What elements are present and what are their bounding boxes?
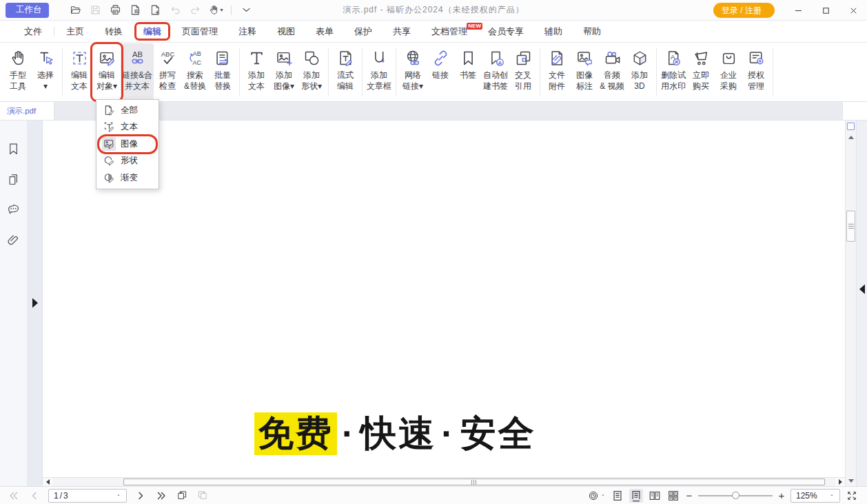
license-manage-button[interactable]: 授权 管理: [742, 43, 770, 101]
scroll-down-arrow[interactable]: [846, 476, 856, 485]
image-annotation-button[interactable]: 图像 标注: [571, 43, 598, 101]
add-image-button[interactable]: 添加 图像▾: [270, 43, 298, 101]
titlebar: 工作台 ▾ 演示.pdf - 福昕办公2024（未经授权的产品） 登录 / 注册: [0, 0, 867, 21]
single-page-view-button[interactable]: [611, 489, 624, 503]
link-button[interactable]: 链接: [427, 43, 454, 101]
first-page-button[interactable]: [7, 489, 21, 503]
facing-view-button[interactable]: [648, 489, 662, 503]
login-register-button[interactable]: 登录 / 注册: [713, 3, 775, 18]
menu-item-view[interactable]: 视图: [277, 21, 295, 42]
continuous-view-button[interactable]: [629, 489, 643, 503]
web-link-button[interactable]: 网络 链接▾: [399, 43, 427, 101]
vertical-scroll-thumb[interactable]: [846, 211, 855, 242]
menu-item-help[interactable]: 帮助: [583, 21, 601, 42]
menu-item-file[interactable]: 文件: [24, 21, 42, 42]
expand-right-panel-handle[interactable]: [859, 284, 865, 294]
next-page-button[interactable]: [134, 489, 147, 503]
edit-text-icon: [70, 47, 89, 69]
customize-toolbar-button[interactable]: [239, 2, 254, 19]
expand-panel-handle[interactable]: [32, 298, 38, 308]
menu-item-form[interactable]: 表单: [316, 21, 334, 42]
object-menu-item-gradient[interactable]: 渐变: [96, 169, 159, 187]
next-view-button[interactable]: [196, 489, 210, 503]
maximize-button[interactable]: [812, 0, 839, 21]
hand-tool-button[interactable]: ▾: [208, 2, 223, 19]
menu-item-share[interactable]: 共享: [393, 21, 411, 42]
vertical-scrollbar[interactable]: [845, 120, 856, 486]
attachments-panel-button[interactable]: [5, 231, 23, 249]
menu-item-assist[interactable]: 辅助: [544, 21, 562, 42]
save-button[interactable]: [88, 2, 103, 19]
object-menu-item-text[interactable]: 文本: [96, 119, 159, 136]
search-replace-button[interactable]: ABAC搜索 &替换: [181, 43, 209, 101]
print-button[interactable]: [108, 2, 123, 19]
ribbon-button-label: 图像 标注: [576, 70, 593, 92]
cross-reference-button[interactable]: 交叉 引用: [509, 43, 537, 101]
menu-label: 辅助: [544, 25, 562, 38]
menu-item-home[interactable]: 主页: [66, 21, 84, 42]
spell-check-button[interactable]: ABC拼写 检查: [154, 43, 181, 101]
comments-panel-button[interactable]: [5, 200, 23, 218]
remove-trial-watermark-button[interactable]: A删除试 用水印: [660, 43, 687, 101]
audio-video-button[interactable]: 音频 & 视频: [598, 43, 626, 101]
zoom-out-button[interactable]: −: [685, 490, 693, 501]
page-number-input[interactable]: 1/3: [48, 489, 127, 503]
scroll-right-arrow[interactable]: [835, 478, 845, 486]
horizontal-scrollbar[interactable]: [43, 477, 845, 486]
open-file-button[interactable]: [68, 2, 83, 19]
hand-tool-button[interactable]: 手型 工具: [4, 43, 32, 101]
menu-item-page-manage[interactable]: 页面管理: [182, 21, 218, 42]
bookmarks-panel-button[interactable]: [5, 140, 23, 158]
menu-item-doc-manage[interactable]: 文档管理NEW: [431, 21, 467, 42]
export-pdf-button[interactable]: [128, 2, 143, 19]
undo-button[interactable]: [168, 2, 183, 19]
scroll-up-arrow[interactable]: [846, 133, 856, 141]
fit-screen-button[interactable]: [845, 489, 859, 503]
link-merge-text-button[interactable]: AB链接&合 并文本: [121, 43, 154, 101]
add-shape-button[interactable]: 添加 形状▾: [298, 43, 325, 101]
object-menu-item-image[interactable]: 图像: [96, 136, 159, 153]
view-history-button[interactable]: [588, 489, 606, 503]
document-viewport[interactable]: 免费·快速·安全: [43, 120, 845, 486]
object-menu-item-all[interactable]: 全部: [96, 102, 159, 119]
select-button[interactable]: 选择 ▾: [32, 43, 59, 101]
workspace-button[interactable]: 工作台: [6, 3, 49, 18]
zoom-slider[interactable]: [698, 490, 773, 502]
horizontal-scroll-track[interactable]: [52, 478, 835, 486]
last-page-button[interactable]: [154, 489, 168, 503]
batch-replace-button[interactable]: 批量 替换: [209, 43, 236, 101]
file-attachment-button[interactable]: 文件 附件: [543, 43, 571, 101]
bookmark-button[interactable]: 书签: [454, 43, 482, 101]
menu-item-protect[interactable]: 保护: [354, 21, 372, 42]
folder-open-icon: [70, 4, 81, 16]
zoom-in-button[interactable]: +: [777, 490, 786, 501]
enterprise-purchase-button[interactable]: 企业 采购: [715, 43, 742, 101]
add-article-box-button[interactable]: 添加 文章框: [365, 43, 393, 101]
add-3d-button[interactable]: 添加 3D: [626, 43, 653, 101]
zoom-level-select[interactable]: 125%: [790, 489, 840, 503]
previous-view-button[interactable]: [175, 489, 189, 503]
redo-button[interactable]: [188, 2, 203, 19]
buy-now-button[interactable]: 立即 购买: [687, 43, 715, 101]
menu-item-convert[interactable]: 转换: [105, 21, 123, 42]
edit-object-button[interactable]: 编辑 对象▾: [93, 43, 121, 101]
create-pdf-button[interactable]: [148, 2, 163, 19]
minimize-button[interactable]: [784, 0, 812, 21]
flow-edit-button[interactable]: 流式 编辑: [332, 43, 359, 101]
menu-item-member[interactable]: 会员专享: [488, 21, 524, 42]
zoom-slider-thumb[interactable]: [732, 492, 740, 499]
facing-continuous-view-button[interactable]: [666, 489, 680, 503]
add-text-button[interactable]: 添加 文本: [243, 43, 270, 101]
scroll-left-arrow[interactable]: [43, 478, 52, 486]
horizontal-scroll-thumb[interactable]: [123, 479, 825, 485]
ribbon-button-label: 流式 编辑: [337, 70, 354, 92]
menu-item-comment[interactable]: 注释: [238, 21, 256, 42]
object-menu-item-shape[interactable]: 形状: [96, 153, 159, 170]
close-button[interactable]: [839, 0, 867, 21]
tab-active-document[interactable]: 演示.pdf: [0, 102, 54, 120]
menu-item-edit[interactable]: 编辑: [143, 21, 161, 42]
prev-page-button[interactable]: [28, 489, 41, 503]
edit-text-button[interactable]: 编辑 文本: [65, 43, 93, 101]
pages-panel-button[interactable]: [5, 170, 23, 188]
auto-create-bookmark-button[interactable]: A自动创 建书签: [482, 43, 509, 101]
